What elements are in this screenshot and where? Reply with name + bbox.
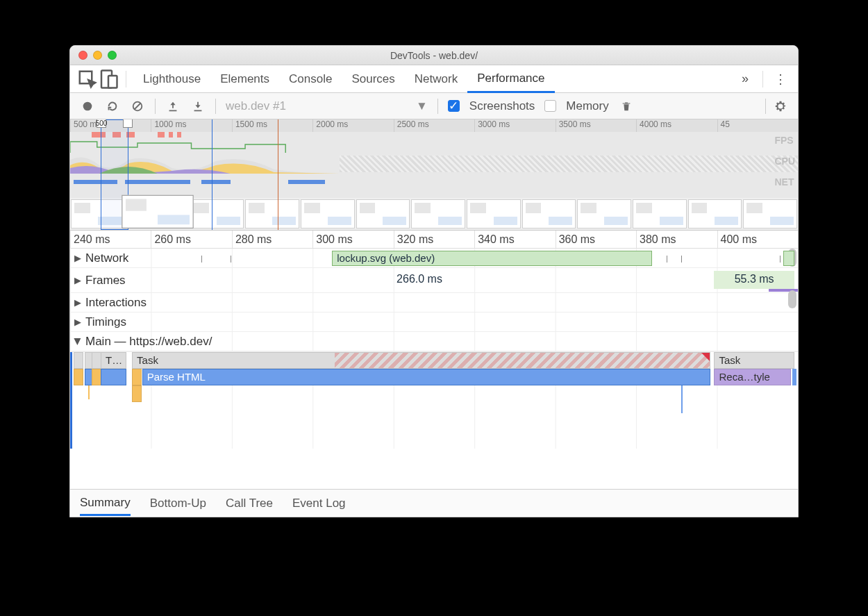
tab-performance[interactable]: Performance	[467, 66, 554, 93]
network-request-bar[interactable]: lockup.svg (web.dev)	[332, 251, 652, 266]
track-interactions[interactable]: ▶ Interactions	[70, 293, 798, 313]
ruler-tick: 280 ms	[232, 231, 312, 248]
screenshot-thumb[interactable]	[245, 199, 299, 228]
separator	[215, 99, 216, 114]
settings-gear-icon[interactable]	[773, 99, 788, 114]
track-main[interactable]: ▶ Main — https://web.dev/	[70, 332, 798, 351]
screenshot-thumb[interactable]	[577, 199, 631, 228]
overview-filmstrip[interactable]	[70, 198, 798, 230]
track-network[interactable]: ▶ Network lockup.svg (web.dev)	[70, 249, 798, 268]
screenshots-label: Screenshots	[469, 99, 535, 113]
screenshot-thumb[interactable]	[356, 199, 410, 228]
panel-tabs: Lighthouse Elements Console Sources Netw…	[70, 65, 798, 93]
memory-label: Memory	[566, 99, 608, 113]
disclosure-triangle-icon[interactable]: ▶	[73, 338, 83, 345]
screenshot-thumb[interactable]	[522, 199, 576, 228]
lane-label: NET	[774, 176, 795, 188]
screenshot-thumb[interactable]	[301, 199, 355, 228]
ruler-tick: 240 ms	[70, 231, 151, 248]
screenshot-thumb[interactable]	[633, 199, 687, 228]
flame-bar[interactable]	[101, 369, 126, 385]
flame-bar-task[interactable]: Task	[714, 352, 794, 369]
track-label: Interactions	[85, 296, 147, 310]
flame-sliver	[88, 385, 90, 399]
memory-checkbox[interactable]	[544, 100, 556, 112]
network-request-bar[interactable]	[783, 251, 794, 266]
flame-bar[interactable]: T…	[101, 352, 126, 369]
ruler-tick: 4000 ms	[636, 119, 717, 132]
flame-bar[interactable]	[132, 385, 142, 402]
ruler-tick: 380 ms	[636, 231, 717, 248]
tab-sources[interactable]: Sources	[342, 65, 404, 92]
details-pane-tabs: Summary Bottom-Up Call Tree Event Log	[70, 489, 798, 517]
more-tabs-button[interactable]: »	[735, 72, 756, 86]
overview-net-bar	[125, 180, 190, 184]
window-title: DevTools - web.dev/	[70, 50, 798, 61]
detail-ruler: 240 ms 260 ms 280 ms 300 ms 320 ms 340 m…	[70, 231, 798, 249]
ruler-tick: 300 ms	[312, 231, 393, 248]
tab-lighthouse[interactable]: Lighthouse	[133, 65, 210, 92]
screenshot-thumb[interactable]	[467, 199, 521, 228]
overview-timeline[interactable]: 500 ms 1000 ms 1500 ms 2000 ms 2500 ms 3…	[70, 119, 798, 231]
overview-net-bar	[288, 180, 324, 184]
tab-summary[interactable]: Summary	[80, 496, 131, 516]
selection-left-handle[interactable]: 500	[97, 119, 106, 128]
flame-bar[interactable]	[792, 369, 796, 385]
ruler-tick: 1000 ms	[151, 119, 231, 132]
main-flame-chart[interactable]: T… Task Task Parse HTML Reca…tyle	[70, 351, 798, 449]
screenshot-thumb[interactable]	[743, 199, 797, 228]
customize-devtools-button[interactable]: ⋮	[770, 72, 791, 87]
ruler-tick: 400 ms	[717, 231, 798, 248]
svg-point-3	[83, 101, 92, 110]
flame-bar-label: Task	[137, 354, 158, 366]
ruler-tick: 45	[717, 119, 798, 132]
reload-record-button[interactable]	[105, 99, 120, 114]
screenshot-thumb[interactable]	[122, 195, 194, 228]
flame-bar-task[interactable]: Task	[132, 352, 710, 369]
flame-bar[interactable]	[74, 369, 83, 385]
svg-rect-2	[108, 76, 117, 88]
screenshot-thumb[interactable]	[411, 199, 465, 228]
overview-playhead-red	[278, 119, 278, 230]
tab-call-tree[interactable]: Call Tree	[226, 497, 273, 510]
tab-network[interactable]: Network	[405, 65, 467, 92]
frame-bar[interactable]: 266.0 ms	[128, 271, 710, 289]
tab-console[interactable]: Console	[279, 65, 342, 92]
flame-bar-recalc-style[interactable]: Reca…tyle	[714, 369, 790, 385]
screenshot-thumb[interactable]	[190, 199, 244, 228]
track-timings[interactable]: ▶ Timings	[70, 313, 798, 332]
disclosure-triangle-icon[interactable]: ▶	[74, 297, 81, 308]
overview-idle-hatch	[340, 156, 798, 172]
lane-label: CPU	[774, 156, 795, 167]
separator	[437, 99, 438, 114]
ruler-tick: 340 ms	[474, 231, 555, 248]
screenshot-thumb[interactable]	[688, 199, 742, 228]
overview-net-bar	[201, 180, 231, 184]
recording-selector[interactable]: web.dev #1	[226, 99, 406, 113]
record-button[interactable]	[80, 99, 95, 114]
clear-button[interactable]	[130, 99, 145, 114]
dropdown-caret-icon[interactable]: ▼	[416, 99, 428, 113]
track-frames[interactable]: ▶ Frames 266.0 ms 55.3 ms	[70, 268, 798, 293]
ruler-tick: 320 ms	[394, 231, 474, 248]
ruler-tick: 260 ms	[151, 231, 231, 248]
perf-toolbar: web.dev #1 ▼ ✓ Screenshots Memory	[70, 93, 798, 119]
save-profile-icon[interactable]	[190, 99, 206, 114]
tab-event-log[interactable]: Event Log	[292, 497, 346, 510]
titlebar: DevTools - web.dev/	[70, 46, 798, 65]
load-profile-icon[interactable]	[165, 99, 181, 114]
tab-bottom-up[interactable]: Bottom-Up	[150, 497, 206, 510]
inspect-element-icon[interactable]	[77, 69, 98, 90]
flame-bar[interactable]	[74, 352, 83, 369]
gc-trash-icon[interactable]	[619, 99, 634, 114]
device-toolbar-icon[interactable]	[98, 69, 119, 90]
screenshots-checkbox[interactable]: ✓	[448, 100, 460, 112]
flame-bar-parse-html[interactable]: Parse HTML	[142, 369, 710, 385]
frame-bar[interactable]: 55.3 ms	[714, 271, 794, 289]
disclosure-triangle-icon[interactable]: ▶	[74, 317, 81, 327]
track-label: Timings	[85, 315, 126, 329]
flame-bar[interactable]	[132, 369, 142, 385]
selection-right-handle[interactable]	[123, 119, 133, 128]
overview-playhead-blue	[212, 119, 212, 230]
tab-elements[interactable]: Elements	[210, 65, 279, 92]
